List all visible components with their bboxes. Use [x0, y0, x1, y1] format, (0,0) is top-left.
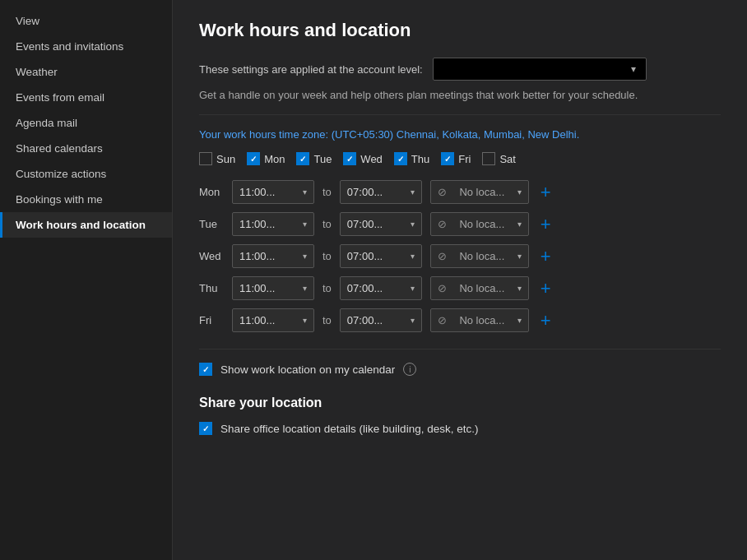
day-check-mon: Mon: [247, 152, 285, 165]
chevron-down-icon: ▾: [411, 220, 415, 229]
day-checkbox-tue[interactable]: [296, 152, 309, 165]
location-select-thu[interactable]: ⊘No loca...▾: [430, 276, 529, 300]
end-time-fri[interactable]: 07:00...▾: [340, 308, 422, 332]
location-value: No loca...: [459, 314, 504, 326]
chevron-down-icon: ▾: [411, 316, 415, 325]
chevron-down-icon: ▾: [303, 284, 307, 293]
sidebar-item-customize-actions[interactable]: Customize actions: [0, 161, 172, 187]
day-checkbox-fri[interactable]: [441, 152, 454, 165]
main-content: Work hours and location These settings a…: [173, 0, 747, 560]
add-time-button-wed[interactable]: +: [537, 248, 554, 266]
hour-row-day-fri: Fri: [199, 314, 224, 326]
end-time-value: 07:00...: [347, 186, 383, 198]
hour-row-fri: Fri11:00...▾to07:00...▾⊘No loca...▾+: [199, 308, 721, 332]
chevron-down-icon: ▾: [517, 220, 522, 229]
day-label-fri: Fri: [458, 153, 471, 165]
to-label: to: [322, 218, 332, 230]
location-select-fri[interactable]: ⊘No loca...▾: [430, 308, 529, 332]
to-label: to: [322, 282, 332, 294]
end-time-value: 07:00...: [347, 314, 383, 326]
hour-row-day-mon: Mon: [199, 186, 224, 198]
sidebar-item-events-from-email[interactable]: Events from email: [0, 85, 172, 110]
hour-row-mon: Mon11:00...▾to07:00...▾⊘No loca...▾+: [199, 180, 721, 204]
day-label-sun: Sun: [216, 153, 235, 165]
location-value: No loca...: [459, 186, 504, 198]
day-check-tue: Tue: [296, 152, 332, 165]
day-checkbox-thu[interactable]: [394, 152, 407, 165]
day-checkbox-sat[interactable]: [482, 152, 495, 165]
day-label-mon: Mon: [264, 153, 285, 165]
start-time-value: 11:00...: [239, 250, 275, 262]
day-checkbox-sun[interactable]: [199, 152, 212, 165]
chevron-down-icon: ▾: [303, 220, 307, 229]
hours-section: Mon11:00...▾to07:00...▾⊘No loca...▾+Tue1…: [199, 180, 721, 332]
account-row: These settings are applied at the accoun…: [199, 58, 721, 81]
info-icon[interactable]: i: [403, 363, 416, 376]
hour-row-thu: Thu11:00...▾to07:00...▾⊘No loca...▾+: [199, 276, 721, 300]
location-value: No loca...: [459, 218, 504, 230]
sidebar-item-weather[interactable]: Weather: [0, 59, 172, 85]
day-check-sat: Sat: [482, 152, 516, 165]
account-select[interactable]: ▾: [433, 58, 647, 81]
sidebar-item-shared-calendars[interactable]: Shared calendars: [0, 136, 172, 161]
no-location-icon: ⊘: [438, 250, 447, 262]
location-select-tue[interactable]: ⊘No loca...▾: [430, 212, 529, 236]
sidebar-item-events-invitations[interactable]: Events and invitations: [0, 34, 172, 59]
sidebar-item-view[interactable]: View: [0, 8, 172, 34]
chevron-down-icon: ▾: [303, 252, 307, 261]
end-time-value: 07:00...: [347, 282, 383, 294]
location-value: No loca...: [459, 250, 504, 262]
sidebar-item-bookings-with-me[interactable]: Bookings with me: [0, 187, 172, 212]
day-label-wed: Wed: [360, 153, 383, 165]
share-location-title: Share your location: [199, 396, 721, 410]
start-time-fri[interactable]: 11:00...▾: [232, 308, 314, 332]
divider-1: [199, 114, 721, 115]
start-time-value: 11:00...: [239, 186, 275, 198]
start-time-value: 11:00...: [239, 282, 275, 294]
show-location-row: Show work location on my calendar i: [199, 363, 721, 376]
add-time-button-fri[interactable]: +: [537, 312, 554, 330]
show-location-checkbox[interactable]: [199, 363, 212, 376]
chevron-down-icon: ▾: [631, 63, 636, 75]
hour-row-tue: Tue11:00...▾to07:00...▾⊘No loca...▾+: [199, 212, 721, 236]
account-label: These settings are applied at the accoun…: [199, 63, 423, 76]
sidebar-item-agenda-mail[interactable]: Agenda mail: [0, 110, 172, 136]
chevron-down-icon: ▾: [411, 284, 415, 293]
add-time-button-thu[interactable]: +: [537, 280, 554, 298]
location-select-mon[interactable]: ⊘No loca...▾: [430, 180, 529, 204]
day-check-fri: Fri: [441, 152, 471, 165]
timezone-label: Your work hours time zone:: [199, 128, 328, 141]
day-label-sat: Sat: [499, 153, 516, 165]
no-location-icon: ⊘: [438, 218, 447, 230]
chevron-down-icon: ▾: [517, 284, 522, 293]
page-title: Work hours and location: [199, 20, 721, 41]
start-time-tue[interactable]: 11:00...▾: [232, 212, 314, 236]
share-location-checkbox[interactable]: [199, 422, 212, 435]
chevron-down-icon: ▾: [517, 252, 522, 261]
day-label-thu: Thu: [411, 153, 429, 165]
chevron-down-icon: ▾: [517, 187, 522, 197]
end-time-mon[interactable]: 07:00...▾: [340, 180, 422, 204]
add-time-button-mon[interactable]: +: [537, 183, 554, 201]
day-check-sun: Sun: [199, 152, 235, 165]
day-check-wed: Wed: [343, 152, 383, 165]
location-select-wed[interactable]: ⊘No loca...▾: [430, 244, 529, 268]
day-checkbox-wed[interactable]: [343, 152, 356, 165]
day-checkbox-mon[interactable]: [247, 152, 260, 165]
hour-row-day-thu: Thu: [199, 282, 224, 294]
start-time-thu[interactable]: 11:00...▾: [232, 276, 314, 300]
show-location-label: Show work location on my calendar: [220, 363, 395, 376]
location-value: No loca...: [459, 282, 504, 294]
sidebar-item-work-hours-location[interactable]: Work hours and location: [0, 212, 172, 238]
add-time-button-tue[interactable]: +: [537, 215, 554, 234]
start-time-value: 11:00...: [239, 314, 275, 326]
end-time-wed[interactable]: 07:00...▾: [340, 244, 422, 268]
to-label: to: [322, 186, 332, 198]
end-time-thu[interactable]: 07:00...▾: [340, 276, 422, 300]
end-time-tue[interactable]: 07:00...▾: [340, 212, 422, 236]
no-location-icon: ⊘: [438, 186, 447, 198]
start-time-wed[interactable]: 11:00...▾: [232, 244, 314, 268]
start-time-mon[interactable]: 11:00...▾: [232, 180, 314, 204]
to-label: to: [322, 250, 332, 262]
chevron-down-icon: ▾: [411, 252, 415, 261]
